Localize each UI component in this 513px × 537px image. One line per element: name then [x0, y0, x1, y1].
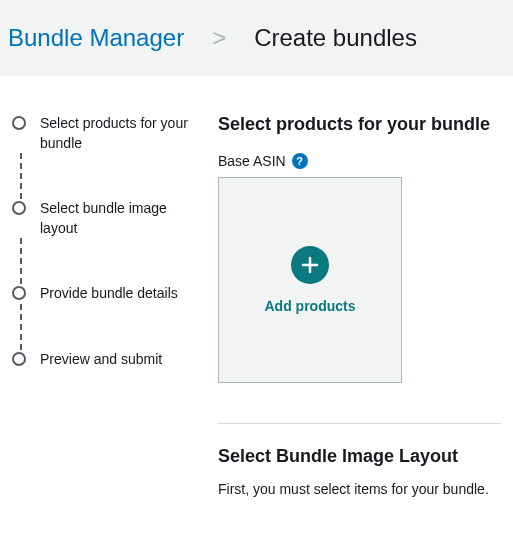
section-heading-image-layout: Select Bundle Image Layout: [218, 446, 501, 467]
step-circle-icon: [12, 352, 26, 366]
step-label: Select bundle image layout: [26, 199, 202, 238]
step-preview-submit[interactable]: Preview and submit: [12, 350, 202, 370]
field-label-row: Base ASIN ?: [218, 153, 501, 169]
section-divider: [218, 423, 501, 424]
breadcrumb-link-bundle-manager[interactable]: Bundle Manager: [8, 24, 184, 52]
help-icon[interactable]: ?: [292, 153, 308, 169]
plus-icon: [291, 246, 329, 284]
section-note: First, you must select items for your bu…: [218, 481, 501, 497]
step-label: Select products for your bundle: [26, 114, 202, 153]
field-label-base-asin: Base ASIN: [218, 153, 286, 169]
section-heading-select-products: Select products for your bundle: [218, 114, 501, 135]
step-label: Preview and submit: [26, 350, 162, 370]
add-products-card[interactable]: Add products: [218, 177, 402, 383]
breadcrumb: Bundle Manager > Create bundles: [0, 24, 513, 52]
page-header: Bundle Manager > Create bundles: [0, 0, 513, 76]
step-connector: [20, 153, 202, 199]
step-label: Provide bundle details: [26, 284, 178, 304]
stepper: Select products for your bundle Select b…: [0, 114, 218, 497]
add-products-label: Add products: [265, 298, 356, 314]
step-circle-icon: [12, 201, 26, 215]
step-connector: [20, 238, 202, 284]
step-bundle-details[interactable]: Provide bundle details: [12, 284, 202, 304]
step-image-layout[interactable]: Select bundle image layout: [12, 199, 202, 238]
step-connector: [20, 304, 202, 350]
breadcrumb-current: Create bundles: [254, 24, 417, 52]
step-select-products[interactable]: Select products for your bundle: [12, 114, 202, 153]
chevron-right-icon: >: [212, 24, 226, 52]
step-circle-icon: [12, 286, 26, 300]
step-circle-icon: [12, 116, 26, 130]
main-panel: Select products for your bundle Base ASI…: [218, 114, 513, 497]
